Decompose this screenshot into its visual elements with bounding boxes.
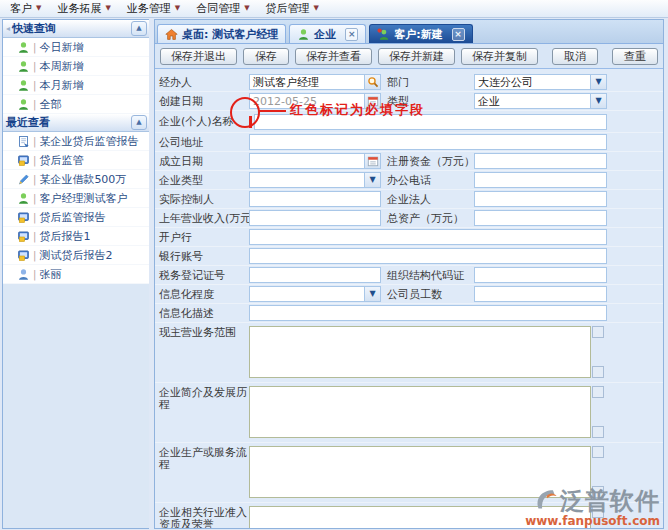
collapse-up-icon[interactable]: ▲ [131, 21, 147, 36]
person-green-icon [16, 40, 30, 54]
menubar-item[interactable]: 客户▼ [10, 1, 41, 16]
text-input[interactable] [249, 248, 607, 264]
form-row: 公司地址 [155, 133, 663, 152]
sidebar-item[interactable]: |张丽 [3, 265, 150, 284]
menubar-item[interactable]: 合同管理▼ [196, 1, 249, 16]
chevron-down-icon[interactable]: ▼ [591, 74, 607, 90]
tab-customer-new[interactable]: 客户:新建× [369, 24, 472, 43]
scroll-up-button[interactable] [592, 386, 604, 398]
sidebar-item[interactable]: |全部 [3, 95, 150, 114]
textarea-scroll-strip [591, 386, 605, 438]
scroll-down-button[interactable] [592, 426, 604, 438]
sidebar-item[interactable]: |测试贷后报告2 [3, 246, 150, 265]
close-icon[interactable]: × [345, 28, 358, 41]
textarea-input[interactable] [249, 386, 591, 438]
item-separator: | [33, 250, 36, 261]
save-button[interactable]: 保存 [243, 48, 289, 65]
tab-desktop[interactable]: 桌面: 测试客户经理 [157, 24, 286, 43]
sidebar-item[interactable]: |贷后报告1 [3, 227, 150, 246]
caret-glyph: ▼ [369, 176, 375, 184]
text-input[interactable] [474, 191, 607, 207]
text-input[interactable] [474, 267, 607, 283]
menu-label: 业务管理 [127, 1, 171, 16]
text-input[interactable] [249, 267, 381, 283]
text-field [474, 153, 607, 169]
save-copy-button[interactable]: 保存并复制 [461, 48, 538, 65]
menubar-item[interactable]: 业务管理▼ [127, 1, 180, 16]
item-separator: | [33, 193, 36, 204]
text-input[interactable] [474, 210, 607, 226]
sidebar-item[interactable]: |本月新增 [3, 76, 150, 95]
select-input[interactable]: 企业 [474, 93, 591, 109]
item-separator: | [33, 136, 36, 147]
calendar-icon[interactable] [365, 153, 381, 169]
caret-glyph: ▼ [595, 97, 601, 105]
select-input[interactable]: 大连分公司 [474, 74, 591, 90]
menubar-item[interactable]: 贷后管理▼ [266, 1, 319, 16]
sidebar: ◂ 快速查询 ▲ |今日新增|本周新增|本月新增|全部 最近查看 ▲ |某企业贷… [2, 19, 151, 529]
field-label: 实际控制人 [155, 192, 249, 207]
date-input[interactable] [249, 153, 365, 169]
search-icon[interactable] [365, 74, 381, 90]
save-exit-button[interactable]: 保存并退出 [160, 48, 237, 65]
text-input[interactable] [474, 153, 607, 169]
quick-search-header[interactable]: ◂ 快速查询 ▲ [3, 20, 150, 38]
report-icon [16, 134, 30, 148]
recent-view-header[interactable]: 最近查看 ▲ [3, 114, 150, 132]
collapse-up-icon[interactable]: ▲ [131, 115, 147, 130]
scroll-up-button[interactable] [592, 326, 604, 338]
field-label: 企业法人 [381, 192, 474, 207]
sidebar-item[interactable]: |本周新增 [3, 57, 150, 76]
monitor-icon [16, 153, 30, 167]
save-new-button[interactable]: 保存并新建 [378, 48, 455, 65]
sidebar-item[interactable]: |今日新增 [3, 38, 150, 57]
item-separator: | [33, 231, 36, 242]
text-input[interactable] [249, 229, 607, 245]
scroll-up-button[interactable] [592, 446, 604, 458]
check-duplicate-button[interactable]: 查重 [612, 48, 658, 65]
field-label: 企业简介及发展历程 [155, 386, 249, 411]
sidebar-item[interactable]: |贷后监管 [3, 151, 150, 170]
scroll-down-button[interactable] [592, 366, 604, 378]
sidebar-item[interactable]: |某企业贷后监管报告 [3, 132, 150, 151]
tab-enterprise[interactable]: 企业× [289, 24, 366, 43]
sidebar-item-label: 某企业贷后监管报告 [39, 134, 138, 149]
text-input[interactable] [249, 305, 607, 321]
cancel-button[interactable]: 取消 [552, 48, 598, 65]
text-field [474, 210, 607, 226]
sidebar-item[interactable]: |贷后监管报告 [3, 208, 150, 227]
text-input[interactable] [249, 191, 381, 207]
text-field [249, 229, 607, 245]
date-field [249, 153, 381, 169]
tab-label: 企业 [314, 27, 336, 42]
field-label: 成立日期 [155, 154, 249, 169]
textarea-input[interactable] [249, 326, 591, 378]
customer-form: 经办人测试客户经理部门大连分公司▼创建日期2012-05-25类型企业▼企业(个… [155, 69, 663, 528]
form-row: 经办人测试客户经理部门大连分公司▼ [155, 73, 663, 92]
item-separator: | [33, 42, 36, 53]
tab-label: 客户:新建 [394, 27, 442, 42]
text-input[interactable] [474, 172, 607, 188]
form-row: 企业简介及发展历程 [155, 383, 663, 443]
person-blue-icon [16, 267, 30, 281]
tab-label: 桌面: 测试客户经理 [182, 27, 278, 42]
text-input[interactable] [249, 210, 381, 226]
text-input[interactable] [249, 134, 607, 150]
chevron-down-icon[interactable]: ▼ [591, 93, 607, 109]
item-separator: | [33, 61, 36, 72]
menubar-item[interactable]: 业务拓展▼ [57, 1, 110, 16]
text-input[interactable] [474, 286, 607, 302]
field-label: 经办人 [155, 75, 249, 90]
chevron-down-icon[interactable]: ▼ [365, 172, 381, 188]
select-input[interactable] [249, 286, 365, 302]
select-input[interactable] [249, 172, 365, 188]
sidebar-item[interactable]: |客户经理测试客户 [3, 189, 150, 208]
sidebar-item[interactable]: |某企业借款500万 [3, 170, 150, 189]
select-field: 大连分公司▼ [474, 74, 607, 90]
lookup-input[interactable]: 测试客户经理 [249, 74, 365, 90]
close-icon[interactable]: × [452, 28, 465, 41]
sidebar-item-label: 本月新增 [39, 78, 83, 93]
save-view-button[interactable]: 保存并查看 [295, 48, 372, 65]
form-row: 成立日期注册资金（万元） [155, 152, 663, 171]
chevron-down-icon[interactable]: ▼ [365, 286, 381, 302]
